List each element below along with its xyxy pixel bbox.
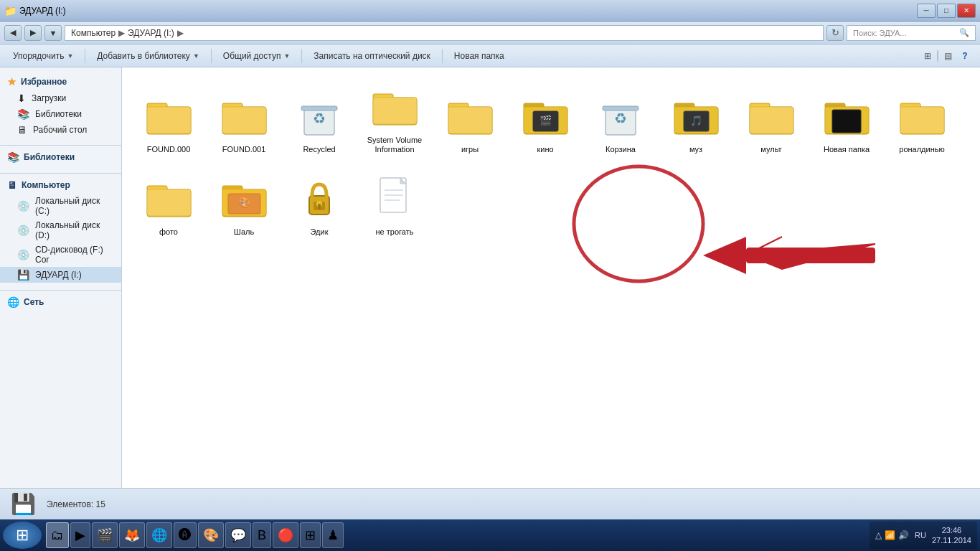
computer-header[interactable]: 🖥 Компьютер bbox=[0, 176, 121, 194]
taskbar-app-item[interactable]: 🎨 bbox=[198, 522, 224, 548]
network-header[interactable]: 🌐 Сеть bbox=[0, 293, 121, 311]
taskbar-app-item[interactable]: ▶ bbox=[70, 522, 90, 548]
drive-breadcrumb[interactable]: ЭДУАРД (I:) bbox=[128, 28, 174, 38]
file-item[interactable]: ♻ Корзина bbox=[585, 78, 656, 157]
taskbar-app-item[interactable]: 🌐 bbox=[146, 522, 172, 548]
svg-rect-14 bbox=[448, 107, 492, 133]
start-button[interactable]: ⊞ bbox=[3, 522, 42, 549]
drive-i-label: ЭДУАРД (I:) bbox=[35, 270, 82, 280]
taskbar: ⊞ 🗂▶🎬🦊🌐🅐🎨💬В🔴⊞♟ △ 📶 🔊 RU 23:46 27.11.2014 bbox=[0, 519, 980, 551]
add-library-arrow: ▼ bbox=[193, 52, 199, 60]
svg-text:♻: ♻ bbox=[313, 110, 326, 126]
share-arrow: ▼ bbox=[283, 52, 290, 60]
drive-i-icon: 💾 bbox=[17, 269, 29, 281]
file-label: FOUND.000 bbox=[147, 145, 191, 154]
file-item[interactable]: 🎨 Шаль bbox=[208, 161, 280, 240]
tray-date: 27.11.2014 bbox=[932, 535, 971, 545]
file-label: фото bbox=[159, 227, 178, 237]
sidebar-item-desktop[interactable]: 🖥 Рабочий стол bbox=[0, 122, 121, 138]
svg-text:🎨: 🎨 bbox=[237, 197, 250, 209]
svg-rect-38 bbox=[900, 107, 944, 133]
view-large-icon[interactable]: ⊞ bbox=[920, 48, 936, 64]
sidebar-item-drive-c[interactable]: 💿 Локальный диск (C:) bbox=[0, 194, 121, 218]
search-icon: 🔍 bbox=[959, 28, 969, 37]
sidebar-item-drive-d[interactable]: 💿 Локальный диск (D:) bbox=[0, 218, 121, 242]
file-item[interactable]: игры bbox=[434, 78, 506, 157]
tray-language[interactable]: RU bbox=[912, 531, 929, 540]
file-item[interactable]: ♻ Recycled bbox=[283, 78, 355, 157]
forward-button[interactable]: ▶ bbox=[24, 25, 42, 41]
taskbar-app-item[interactable]: 🦊 bbox=[119, 522, 145, 548]
back-button[interactable]: ◀ bbox=[4, 25, 22, 41]
file-item[interactable]: FOUND.001 bbox=[208, 78, 280, 157]
toolbar: Упорядочить ▼ Добавить в библиотеку ▼ Об… bbox=[0, 44, 980, 67]
file-label: FOUND.001 bbox=[222, 145, 266, 154]
taskbar-app-item[interactable]: 🗂 bbox=[46, 522, 69, 548]
taskbar-app-item[interactable]: В bbox=[253, 522, 271, 548]
file-item[interactable]: не трогать bbox=[359, 161, 430, 240]
favorites-header[interactable]: ★ Избранное bbox=[0, 73, 121, 90]
file-icon bbox=[897, 92, 947, 142]
sidebar-item-drive-i[interactable]: 💾 ЭДУАРД (I:) bbox=[0, 267, 121, 283]
tray-time: 23:46 bbox=[932, 525, 971, 535]
favorites-label: Избранное bbox=[21, 77, 67, 87]
taskbar-app-item[interactable]: 💬 bbox=[225, 522, 251, 548]
computer-breadcrumb[interactable]: Компьютер bbox=[71, 28, 116, 38]
file-item[interactable]: фото bbox=[133, 161, 204, 240]
libraries-header[interactable]: 📚 Библиотеки bbox=[0, 149, 121, 166]
taskbar-app-item[interactable]: ♟ bbox=[322, 522, 344, 548]
file-item[interactable]: Новая папка bbox=[811, 78, 882, 157]
add-library-button[interactable]: Добавить в библиотеку ▼ bbox=[91, 47, 204, 65]
view-divider bbox=[937, 50, 938, 62]
drive-f-icon: 💿 bbox=[17, 249, 29, 260]
sidebar-item-drive-f[interactable]: 💿 CD-дисковод (F:) Cor bbox=[0, 242, 121, 267]
close-button[interactable]: ✕ bbox=[957, 4, 976, 18]
file-item[interactable]: 🎵 муз bbox=[660, 78, 732, 157]
address-path[interactable]: Компьютер ▶ ЭДУАРД (I:) ▶ bbox=[65, 25, 824, 41]
search-box[interactable]: Поиск: ЭДУА... 🔍 bbox=[847, 25, 976, 41]
help-button[interactable]: ? bbox=[957, 48, 973, 64]
dropdown-button[interactable]: ▼ bbox=[44, 25, 62, 41]
organize-button[interactable]: Упорядочить ▼ bbox=[7, 47, 79, 65]
tray-clock[interactable]: 23:46 27.11.2014 bbox=[932, 525, 971, 546]
share-button[interactable]: Общий доступ ▼ bbox=[217, 47, 296, 65]
file-item[interactable]: Эдик bbox=[283, 161, 355, 240]
title-bar: 📁 ЭДУАРД (I:) ─ □ ✕ bbox=[0, 0, 980, 22]
file-icon bbox=[369, 83, 420, 133]
sidebar-item-libraries-fav[interactable]: 📚 Библиотеки bbox=[0, 106, 121, 122]
svg-text:🎬: 🎬 bbox=[539, 115, 552, 127]
file-item[interactable]: роналдинью bbox=[886, 78, 958, 157]
tray-network-icon: 📶 bbox=[885, 530, 895, 540]
items-count: Элементов: 15 bbox=[47, 499, 105, 509]
svg-text:🎵: 🎵 bbox=[689, 115, 702, 127]
taskbar-app-item[interactable]: ⊞ bbox=[300, 522, 321, 548]
window-title: ЭДУАРД (I:) bbox=[19, 6, 66, 16]
new-folder-button[interactable]: Новая папка bbox=[448, 47, 510, 65]
file-item[interactable]: мульт bbox=[735, 78, 807, 157]
tray-volume-icon[interactable]: 🔊 bbox=[898, 530, 909, 540]
file-label: роналдинью bbox=[899, 145, 944, 154]
taskbar-app-item[interactable]: 🔴 bbox=[273, 522, 298, 548]
maximize-button[interactable]: □ bbox=[937, 4, 956, 18]
tray-expand[interactable]: △ bbox=[875, 530, 882, 540]
file-label: Recycled bbox=[303, 145, 335, 154]
view-list-icon[interactable]: ▤ bbox=[940, 48, 956, 64]
file-item[interactable]: System Volume Information bbox=[359, 78, 430, 157]
svg-text:♻: ♻ bbox=[614, 110, 627, 126]
svg-rect-41 bbox=[147, 189, 191, 216]
sidebar-item-downloads[interactable]: ⬇ Загрузки bbox=[0, 90, 121, 106]
network-label: Сеть bbox=[24, 297, 44, 307]
file-icon: 🎵 bbox=[671, 92, 721, 142]
computer-section: 🖥 Компьютер 💿 Локальный диск (C:) 💿 Лока… bbox=[0, 176, 121, 283]
favorites-section: ★ Избранное ⬇ Загрузки 📚 Библиотеки 🖥 Ра… bbox=[0, 73, 121, 138]
minimize-button[interactable]: ─ bbox=[917, 4, 936, 18]
taskbar-app-item[interactable]: 🅐 bbox=[174, 522, 197, 548]
file-item[interactable]: FOUND.000 bbox=[133, 78, 204, 157]
refresh-button[interactable]: ↻ bbox=[826, 25, 844, 41]
sidebar-divider-2 bbox=[0, 173, 121, 174]
file-item[interactable]: 🎬 кино bbox=[509, 78, 581, 157]
taskbar-app-item[interactable]: 🎬 bbox=[92, 522, 118, 548]
network-section: 🌐 Сеть bbox=[0, 293, 121, 311]
burn-button[interactable]: Записать на оптический диск bbox=[308, 47, 436, 65]
main-area: ★ Избранное ⬇ Загрузки 📚 Библиотеки 🖥 Ра… bbox=[0, 67, 980, 488]
